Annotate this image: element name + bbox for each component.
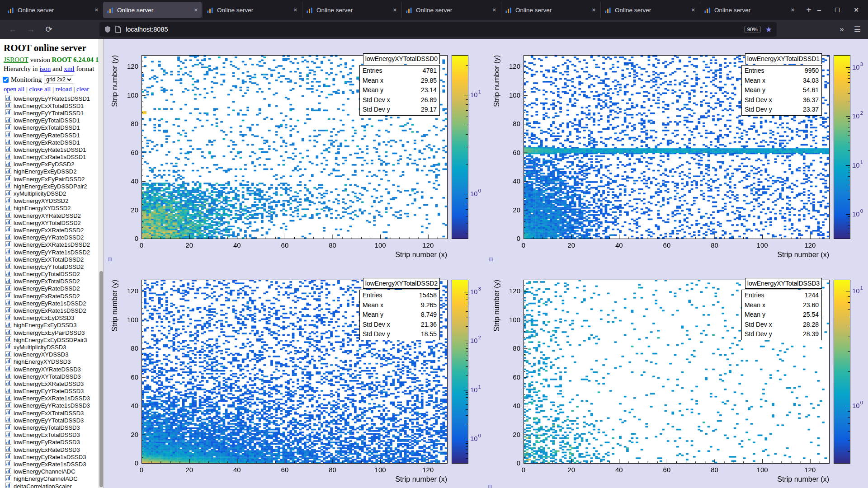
action-link-reload[interactable]: reload bbox=[56, 85, 72, 93]
shield-icon[interactable] bbox=[104, 26, 111, 33]
tree-item[interactable]: lowEnergyEyTotalDSSD3 bbox=[0, 424, 104, 431]
tree-item[interactable]: lowEnergyExXTotalDSSD3 bbox=[0, 409, 104, 417]
tree-item[interactable]: highEnergyExEyDSSD2 bbox=[0, 168, 104, 175]
maximize-button[interactable]: ☐ bbox=[835, 6, 840, 14]
stats-box[interactable]: Entries4781Mean x29.85Mean y23.14Std Dev… bbox=[359, 65, 440, 116]
tree-item[interactable]: lowEnergyEyRateDSSD2 bbox=[0, 285, 104, 292]
zoom-level-badge[interactable]: 90% bbox=[744, 26, 761, 33]
new-tab-button[interactable]: + bbox=[802, 5, 816, 15]
tree-item[interactable]: highEnergyExEyDSSDPair2 bbox=[0, 183, 104, 190]
browser-tab[interactable]: Online server✕ bbox=[401, 2, 500, 18]
title-box[interactable]: lowEnergyXYTotalDSSD0 bbox=[363, 53, 440, 64]
browser-tab[interactable]: Online server✕ bbox=[600, 2, 699, 18]
layout-resize-handle[interactable] bbox=[488, 485, 492, 488]
tree-item[interactable]: xyMultiplicityDSSD3 bbox=[0, 343, 104, 351]
action-link-clear[interactable]: clear bbox=[76, 85, 89, 93]
tree-item[interactable]: lowEnergyExRate1sDSSD3 bbox=[0, 460, 104, 468]
sidebar-scrollbar-thumb[interactable] bbox=[99, 271, 103, 487]
tab-close-icon[interactable]: ✕ bbox=[393, 7, 397, 13]
sidebar-scrollbar[interactable] bbox=[99, 39, 104, 488]
browser-tab[interactable]: Online server✕ bbox=[203, 2, 301, 18]
tree-item[interactable]: lowEnergyChannelADC bbox=[0, 468, 104, 475]
tree-item[interactable]: lowEnergyExRateDSSD2 bbox=[0, 292, 104, 300]
url-bar[interactable]: localhost:8085 90% ★ bbox=[99, 22, 777, 37]
tree-item[interactable]: lowEnergyExRateDSSD1 bbox=[0, 139, 104, 146]
tree-item[interactable]: deltaCorrelationScaler bbox=[0, 483, 104, 488]
title-box[interactable]: lowEnergyXYTotalDSSD3 bbox=[745, 278, 822, 289]
monitoring-checkbox[interactable] bbox=[3, 77, 9, 83]
tree-item[interactable]: lowEnergyXYDSSD3 bbox=[0, 351, 104, 358]
tab-close-icon[interactable]: ✕ bbox=[293, 7, 297, 13]
tree-item[interactable]: lowEnergyEyYTotalDSSD3 bbox=[0, 417, 104, 424]
tree-item[interactable]: lowEnergyEyTotalDSSD1 bbox=[0, 117, 104, 124]
stats-box[interactable]: Entries15458Mean x9.265Mean y8.749Std De… bbox=[359, 290, 440, 340]
tree-item[interactable]: lowEnergyXYTotalDSSD3 bbox=[0, 373, 104, 380]
jsroot-link[interactable]: JSROOT bbox=[4, 56, 28, 63]
tree-item[interactable]: highEnergyXYDSSD2 bbox=[0, 205, 104, 212]
tree-item[interactable]: lowEnergyXYRateDSSD2 bbox=[0, 212, 104, 219]
tree-item[interactable]: lowEnergyExEyDSSD3 bbox=[0, 314, 104, 322]
tree-item[interactable]: lowEnergyEyYRate1sDSSD1 bbox=[0, 95, 104, 102]
browser-tab[interactable]: Online server✕ bbox=[700, 2, 798, 18]
tab-close-icon[interactable]: ✕ bbox=[691, 7, 695, 13]
page-icon[interactable] bbox=[115, 26, 121, 33]
xml-link[interactable]: xml bbox=[64, 65, 74, 72]
tree-item[interactable]: lowEnergyExTotalDSSD1 bbox=[0, 124, 104, 131]
tree-item[interactable]: xyMultiplicityDSSD2 bbox=[0, 190, 104, 197]
json-link[interactable]: json bbox=[39, 65, 51, 72]
bookmark-star-icon[interactable]: ★ bbox=[765, 26, 772, 33]
app-menu-button[interactable]: ☰ bbox=[854, 25, 861, 34]
back-button[interactable]: ← bbox=[7, 25, 18, 34]
tree-item[interactable]: lowEnergyXYTotalDSSD2 bbox=[0, 219, 104, 226]
tree-item[interactable]: lowEnergyExXRate1sDSSD2 bbox=[0, 241, 104, 249]
title-box[interactable]: lowEnergyXYTotalDSSD2 bbox=[363, 278, 440, 289]
title-box[interactable]: lowEnergyXYTotalDSSD1 bbox=[745, 53, 822, 64]
tree-item[interactable]: lowEnergyEyYRateDSSD2 bbox=[0, 234, 104, 241]
reload-button[interactable]: ⟳ bbox=[43, 24, 54, 34]
layout-resize-handle[interactable] bbox=[108, 258, 112, 261]
tab-close-icon[interactable]: ✕ bbox=[592, 7, 596, 13]
tree-item[interactable]: lowEnergyExXRateDSSD2 bbox=[0, 226, 104, 234]
tree-item[interactable]: lowEnergyExRate1sDSSD2 bbox=[0, 307, 104, 314]
tree-item[interactable]: lowEnergyExTotalDSSD2 bbox=[0, 278, 104, 285]
browser-tab[interactable]: Online server✕ bbox=[302, 2, 401, 18]
action-link-open-all[interactable]: open all bbox=[4, 85, 24, 93]
tree-item[interactable]: lowEnergyEyRateDSSD1 bbox=[0, 131, 104, 139]
tree-item[interactable]: highEnergyChannelADC bbox=[0, 475, 104, 483]
tree-item[interactable]: lowEnergyEyTotalDSSD2 bbox=[0, 271, 104, 278]
tab-close-icon[interactable]: ✕ bbox=[194, 7, 198, 13]
tree-item[interactable]: lowEnergyExTotalDSSD3 bbox=[0, 432, 104, 439]
forward-button[interactable]: → bbox=[25, 25, 36, 34]
stats-box[interactable]: Entries1244Mean x23.60Mean y25.54Std Dev… bbox=[741, 290, 822, 340]
browser-tab[interactable]: Online server✕ bbox=[4, 2, 102, 18]
tree-item[interactable]: lowEnergyExRateDSSD3 bbox=[0, 446, 104, 453]
overflow-menu-button[interactable]: » bbox=[840, 25, 844, 34]
tree-item[interactable]: lowEnergyEyYTotalDSSD2 bbox=[0, 263, 104, 270]
tree-item[interactable]: lowEnergyEyRate1sDSSD3 bbox=[0, 453, 104, 460]
tree-item[interactable]: highEnergyExEyDSSD3 bbox=[0, 322, 104, 329]
minimize-button[interactable]: – bbox=[817, 6, 821, 14]
tree-item[interactable]: highEnergyXYDSSD3 bbox=[0, 358, 104, 366]
tree-item[interactable]: lowEnergyEyYTotalDSSD1 bbox=[0, 109, 104, 117]
layout-resize-handle[interactable] bbox=[489, 258, 493, 261]
tree-item[interactable]: lowEnergyExEyPairDSSD2 bbox=[0, 175, 104, 183]
tree-item[interactable]: lowEnergyExXRate1sDSSD3 bbox=[0, 395, 104, 402]
layout-select[interactable]: grid 2x2 bbox=[44, 75, 73, 84]
tab-close-icon[interactable]: ✕ bbox=[492, 7, 496, 13]
browser-tab[interactable]: Online server✕ bbox=[103, 2, 202, 18]
tree-item[interactable]: lowEnergyEyYRate1sDSSD2 bbox=[0, 249, 104, 256]
tree-item[interactable]: lowEnergyExEyPairDSSD3 bbox=[0, 329, 104, 336]
tree-item[interactable]: lowEnergyEyYRate1sDSSD3 bbox=[0, 402, 104, 409]
tree-item[interactable]: lowEnergyEyRate1sDSSD1 bbox=[0, 146, 104, 153]
tab-close-icon[interactable]: ✕ bbox=[791, 7, 795, 13]
tree-item[interactable]: lowEnergyEyRateDSSD3 bbox=[0, 439, 104, 446]
tree-item[interactable]: highEnergyExEyDSSDPair3 bbox=[0, 336, 104, 343]
tree-item[interactable]: lowEnergyEyYRateDSSD3 bbox=[0, 388, 104, 395]
tree-item[interactable]: lowEnergyExRate1sDSSD1 bbox=[0, 154, 104, 161]
browser-tab[interactable]: Online server✕ bbox=[501, 2, 599, 18]
tree-item[interactable]: lowEnergyExXTotalDSSD2 bbox=[0, 256, 104, 263]
tree-item[interactable]: lowEnergyExEyDSSD2 bbox=[0, 161, 104, 168]
action-link-close-all[interactable]: close all bbox=[29, 85, 51, 93]
stats-box[interactable]: Entries9950Mean x34.03Mean y54.61Std Dev… bbox=[741, 65, 822, 116]
tree-item[interactable]: lowEnergyExXTotalDSSD1 bbox=[0, 102, 104, 109]
